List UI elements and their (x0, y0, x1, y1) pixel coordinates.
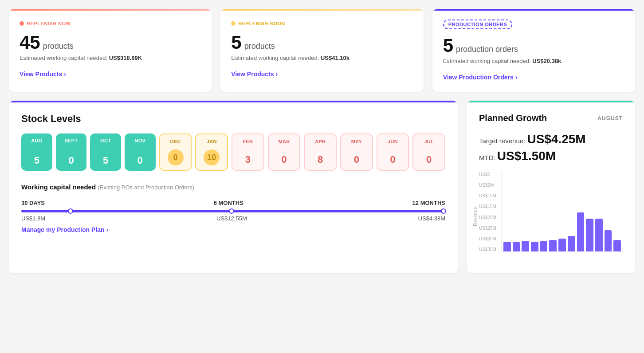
month-cell: SEPT0 (56, 133, 87, 171)
chart-bar (595, 219, 603, 251)
month-cell: DEC0 (159, 133, 192, 171)
chart-y-label: US$15M (479, 204, 499, 209)
wc-value: US$12.55M (216, 215, 247, 222)
growth-title: Planned Growth (479, 113, 547, 123)
month-label: JAN (207, 139, 217, 144)
replenish-now-badge: REPLENISH NOW (20, 21, 71, 26)
wc-value: US$4.38M (418, 215, 445, 222)
planned-growth-card: Planned Growth AUGUST Target revenue: US… (467, 101, 635, 273)
chevron-right-icon: › (106, 226, 108, 233)
month-number: 5 (34, 155, 39, 166)
month-cell: MAY0 (340, 133, 373, 171)
replenish-soon-link[interactable]: View Products › (231, 71, 278, 78)
month-number: 0 (68, 155, 74, 166)
wc-bar-dot (229, 208, 234, 214)
chart-bars (501, 172, 623, 252)
month-number: 8 (318, 154, 323, 165)
wc-period-labels: 30 DAYS6 MONTHS12 MONTHS (21, 200, 445, 206)
chart-bar (613, 240, 621, 251)
month-cell: MAR0 (268, 133, 301, 171)
production-orders-link[interactable]: View Production Orders › (443, 74, 518, 81)
replenish-now-subtitle: Estimated working capital needed: US$318… (20, 55, 201, 61)
manage-production-link[interactable]: Manage my Production Plan › (21, 226, 108, 233)
month-label: OCT (100, 138, 111, 143)
replenish-now-link[interactable]: View Products › (20, 71, 66, 78)
production-orders-badge: PRODUCTION ORDERS (443, 20, 513, 29)
month-cell: FEB3 (232, 133, 264, 171)
month-number: 0 (390, 154, 395, 165)
replenish-now-count: 45 (20, 33, 40, 52)
production-orders-count-label: production orders (456, 45, 518, 54)
month-label: MAY (351, 139, 362, 144)
wc-values: US$1.8MUS$12.55MUS$4.38M (21, 215, 445, 222)
replenish-now-count-label: products (43, 42, 74, 51)
month-number: 3 (245, 154, 251, 165)
wc-bar-dot (441, 208, 446, 214)
chart-bar (577, 212, 585, 251)
month-cell: OCT5 (90, 133, 121, 171)
badge-dot-yellow (231, 21, 236, 26)
month-label: FEB (243, 139, 253, 144)
badge-dot-red (20, 21, 24, 26)
chart-bar (605, 230, 612, 251)
month-label: JUL (424, 139, 434, 144)
growth-month: AUGUST (597, 115, 623, 122)
chart-bar (522, 241, 529, 251)
month-number: 0 (426, 154, 432, 165)
month-label: AUG (31, 138, 42, 143)
wc-bar (21, 210, 445, 212)
chart-bar (558, 239, 566, 251)
replenish-soon-badge: REPLENISH SOON (231, 21, 285, 26)
chart-bar (568, 236, 575, 251)
chart-y-label: US$35M (479, 247, 499, 252)
chart-y-label: US$30M (479, 236, 499, 241)
month-number: 5 (103, 155, 108, 166)
production-orders-subtitle: Estimated working capital needed: US$20.… (443, 58, 624, 64)
month-number: 0 (281, 154, 287, 165)
chart-bar (531, 242, 538, 251)
growth-revenue: Target revenue: US$4.25M (479, 132, 623, 146)
month-cell: APR8 (304, 133, 337, 171)
replenish-soon-card: REPLENISH SOON 5 products Estimated work… (220, 9, 423, 92)
wc-bar-dot (68, 208, 73, 214)
replenish-soon-count-label: products (244, 42, 275, 51)
chart-y-label: US$20M (479, 215, 499, 220)
working-capital-section: Working capital needed (Existing POs and… (21, 183, 445, 191)
production-orders-count: 5 (443, 36, 453, 55)
chart-y-label: US$25M (479, 226, 499, 231)
growth-mtd: MTD: US$1.50M (479, 149, 623, 163)
chart-bar (540, 241, 548, 251)
month-label: DEC (170, 139, 181, 144)
stock-levels-card: Stock Levels AUG5SEPT0OCT5NOV0DEC0JAN10F… (9, 101, 458, 273)
replenish-now-card: REPLENISH NOW 45 products Estimated work… (9, 9, 212, 92)
month-cell: JUL0 (412, 133, 445, 171)
month-number: 0 (354, 154, 359, 165)
month-label: NOV (134, 138, 145, 143)
chart-bar (503, 242, 511, 251)
chevron-right-icon: › (515, 74, 518, 81)
month-label: MAR (279, 139, 290, 144)
replenish-soon-count: 5 (231, 33, 241, 52)
months-grid: AUG5SEPT0OCT5NOV0DEC0JAN10FEB3MAR0APR8MA… (21, 133, 445, 171)
chart-y-labels: US$35MUS$30MUS$25MUS$20MUS$15MUS$10MUS$5… (479, 172, 499, 252)
stock-levels-title: Stock Levels (21, 113, 445, 125)
growth-header: Planned Growth AUGUST (479, 113, 623, 123)
month-cell: JUN0 (377, 133, 409, 171)
chart-bar (586, 219, 593, 251)
wc-value: US$1.8M (21, 215, 45, 222)
month-label: SEPT (65, 138, 78, 143)
wc-period-label: 30 DAYS (21, 200, 45, 206)
wc-period-label: 12 MONTHS (412, 200, 445, 206)
production-orders-card: PRODUCTION ORDERS 5 production orders Es… (432, 9, 635, 92)
month-cell: NOV0 (125, 133, 156, 171)
chart-y-label: US$5M (479, 183, 499, 188)
chart-revenue-label: Revenue (473, 207, 478, 226)
month-label: JUN (388, 139, 398, 144)
month-cell: AUG5 (21, 133, 52, 171)
chart-y-label: US$0 (479, 172, 499, 177)
chevron-right-icon: › (64, 71, 66, 78)
chevron-right-icon: › (276, 71, 278, 78)
chart-y-label: US$10M (479, 193, 499, 198)
replenish-soon-subtitle: Estimated working capital needed: US$41.… (231, 55, 412, 61)
chart-bar (513, 242, 520, 251)
